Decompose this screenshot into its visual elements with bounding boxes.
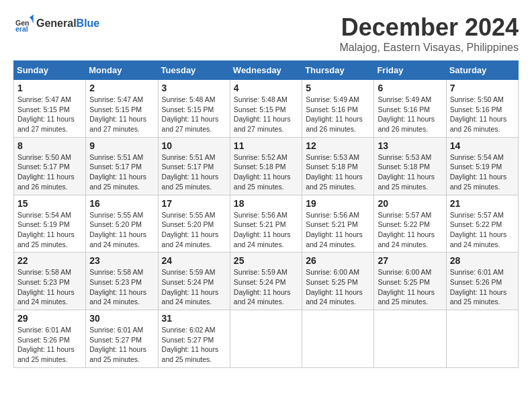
day-number: 7 bbox=[450, 83, 515, 93]
calendar-cell: 24Sunrise: 5:59 AM Sunset: 5:24 PM Dayli… bbox=[158, 253, 230, 310]
day-info: Sunrise: 5:58 AM Sunset: 5:23 PM Dayligh… bbox=[17, 267, 82, 307]
day-number: 22 bbox=[17, 255, 82, 266]
day-number: 12 bbox=[306, 140, 370, 151]
day-number: 8 bbox=[17, 140, 82, 151]
day-info: Sunrise: 5:47 AM Sunset: 5:15 PM Dayligh… bbox=[17, 95, 82, 134]
page-header: Gen eral GeneralBlue December 2024 Malaj… bbox=[13, 13, 519, 54]
calendar-cell: 7Sunrise: 5:50 AM Sunset: 5:16 PM Daylig… bbox=[446, 80, 518, 138]
calendar-cell: 4Sunrise: 5:48 AM Sunset: 5:15 PM Daylig… bbox=[230, 80, 302, 138]
calendar-day-header: Sunday bbox=[14, 61, 86, 80]
day-info: Sunrise: 5:56 AM Sunset: 5:21 PM Dayligh… bbox=[306, 210, 370, 250]
calendar-cell: 17Sunrise: 5:55 AM Sunset: 5:20 PM Dayli… bbox=[158, 195, 230, 253]
calendar-cell: 30Sunrise: 6:01 AM Sunset: 5:27 PM Dayli… bbox=[86, 310, 158, 368]
calendar-day-header: Tuesday bbox=[158, 61, 230, 80]
day-number: 20 bbox=[378, 198, 442, 209]
calendar-cell: 25Sunrise: 5:59 AM Sunset: 5:24 PM Dayli… bbox=[230, 253, 302, 310]
day-number: 5 bbox=[306, 83, 370, 93]
day-info: Sunrise: 5:54 AM Sunset: 5:19 PM Dayligh… bbox=[17, 210, 82, 250]
day-info: Sunrise: 5:50 AM Sunset: 5:17 PM Dayligh… bbox=[17, 152, 82, 192]
calendar-day-header: Friday bbox=[374, 61, 446, 80]
calendar-cell: 6Sunrise: 5:49 AM Sunset: 5:16 PM Daylig… bbox=[374, 80, 446, 138]
day-number: 24 bbox=[162, 255, 226, 266]
day-info: Sunrise: 5:59 AM Sunset: 5:24 PM Dayligh… bbox=[234, 267, 298, 307]
calendar-cell bbox=[446, 310, 518, 368]
calendar-cell: 28Sunrise: 6:01 AM Sunset: 5:26 PM Dayli… bbox=[446, 253, 518, 310]
calendar-cell: 23Sunrise: 5:58 AM Sunset: 5:23 PM Dayli… bbox=[86, 253, 158, 310]
day-number: 27 bbox=[378, 255, 442, 266]
day-info: Sunrise: 6:02 AM Sunset: 5:27 PM Dayligh… bbox=[162, 325, 226, 365]
calendar-cell bbox=[302, 310, 374, 368]
calendar-cell bbox=[230, 310, 302, 368]
calendar-week-row: 8Sunrise: 5:50 AM Sunset: 5:17 PM Daylig… bbox=[14, 137, 519, 195]
day-info: Sunrise: 5:49 AM Sunset: 5:16 PM Dayligh… bbox=[378, 95, 442, 134]
day-number: 13 bbox=[378, 140, 442, 151]
day-number: 26 bbox=[306, 255, 370, 266]
day-number: 16 bbox=[89, 198, 154, 209]
day-info: Sunrise: 5:55 AM Sunset: 5:20 PM Dayligh… bbox=[89, 210, 154, 250]
day-number: 11 bbox=[234, 140, 298, 151]
calendar-cell: 29Sunrise: 6:01 AM Sunset: 5:26 PM Dayli… bbox=[14, 310, 86, 368]
day-number: 23 bbox=[89, 255, 154, 266]
day-info: Sunrise: 6:00 AM Sunset: 5:25 PM Dayligh… bbox=[378, 267, 442, 307]
calendar-cell: 31Sunrise: 6:02 AM Sunset: 5:27 PM Dayli… bbox=[158, 310, 230, 368]
calendar-cell: 20Sunrise: 5:57 AM Sunset: 5:22 PM Dayli… bbox=[374, 195, 446, 253]
calendar-week-row: 1Sunrise: 5:47 AM Sunset: 5:15 PM Daylig… bbox=[14, 80, 519, 138]
calendar-cell: 21Sunrise: 5:57 AM Sunset: 5:22 PM Dayli… bbox=[446, 195, 518, 253]
day-number: 10 bbox=[162, 140, 226, 151]
day-info: Sunrise: 5:48 AM Sunset: 5:15 PM Dayligh… bbox=[162, 95, 226, 134]
calendar-cell: 14Sunrise: 5:54 AM Sunset: 5:19 PM Dayli… bbox=[446, 137, 518, 195]
calendar-cell: 2Sunrise: 5:47 AM Sunset: 5:15 PM Daylig… bbox=[86, 80, 158, 138]
day-number: 19 bbox=[306, 198, 370, 209]
day-number: 30 bbox=[89, 313, 154, 324]
calendar-cell: 15Sunrise: 5:54 AM Sunset: 5:19 PM Dayli… bbox=[14, 195, 86, 253]
day-info: Sunrise: 5:53 AM Sunset: 5:18 PM Dayligh… bbox=[378, 152, 442, 192]
day-info: Sunrise: 5:47 AM Sunset: 5:15 PM Dayligh… bbox=[89, 95, 154, 134]
day-number: 6 bbox=[378, 83, 442, 93]
day-number: 21 bbox=[450, 198, 515, 209]
day-number: 3 bbox=[162, 83, 226, 93]
day-info: Sunrise: 6:01 AM Sunset: 5:26 PM Dayligh… bbox=[450, 267, 515, 307]
calendar-cell: 8Sunrise: 5:50 AM Sunset: 5:17 PM Daylig… bbox=[14, 137, 86, 195]
day-number: 25 bbox=[234, 255, 298, 266]
logo-blue: Blue bbox=[77, 17, 100, 29]
calendar-table: SundayMondayTuesdayWednesdayThursdayFrid… bbox=[13, 60, 519, 368]
calendar-day-header: Saturday bbox=[446, 61, 518, 80]
day-number: 15 bbox=[17, 198, 82, 209]
calendar-cell: 9Sunrise: 5:51 AM Sunset: 5:17 PM Daylig… bbox=[86, 137, 158, 195]
day-number: 4 bbox=[234, 83, 298, 93]
day-number: 31 bbox=[162, 313, 226, 324]
day-number: 18 bbox=[234, 198, 298, 209]
day-number: 9 bbox=[89, 140, 154, 151]
day-number: 28 bbox=[450, 255, 515, 266]
main-title: December 2024 bbox=[339, 13, 519, 42]
day-info: Sunrise: 6:00 AM Sunset: 5:25 PM Dayligh… bbox=[306, 267, 370, 307]
day-number: 2 bbox=[89, 83, 154, 93]
day-info: Sunrise: 5:53 AM Sunset: 5:18 PM Dayligh… bbox=[306, 152, 370, 192]
day-info: Sunrise: 5:51 AM Sunset: 5:17 PM Dayligh… bbox=[89, 152, 154, 192]
calendar-week-row: 29Sunrise: 6:01 AM Sunset: 5:26 PM Dayli… bbox=[14, 310, 519, 368]
calendar-day-header: Thursday bbox=[302, 61, 374, 80]
day-info: Sunrise: 6:01 AM Sunset: 5:27 PM Dayligh… bbox=[89, 325, 154, 365]
day-info: Sunrise: 5:48 AM Sunset: 5:15 PM Dayligh… bbox=[234, 95, 298, 134]
day-info: Sunrise: 5:59 AM Sunset: 5:24 PM Dayligh… bbox=[162, 267, 226, 307]
calendar-cell: 12Sunrise: 5:53 AM Sunset: 5:18 PM Dayli… bbox=[302, 137, 374, 195]
logo-icon: Gen eral bbox=[13, 13, 34, 34]
day-info: Sunrise: 5:57 AM Sunset: 5:22 PM Dayligh… bbox=[378, 210, 442, 250]
calendar-cell: 18Sunrise: 5:56 AM Sunset: 5:21 PM Dayli… bbox=[230, 195, 302, 253]
day-number: 17 bbox=[162, 198, 226, 209]
day-info: Sunrise: 5:55 AM Sunset: 5:20 PM Dayligh… bbox=[162, 210, 226, 250]
day-info: Sunrise: 5:58 AM Sunset: 5:23 PM Dayligh… bbox=[89, 267, 154, 307]
calendar-cell: 19Sunrise: 5:56 AM Sunset: 5:21 PM Dayli… bbox=[302, 195, 374, 253]
day-info: Sunrise: 5:54 AM Sunset: 5:19 PM Dayligh… bbox=[450, 152, 515, 192]
calendar-cell: 1Sunrise: 5:47 AM Sunset: 5:15 PM Daylig… bbox=[14, 80, 86, 138]
calendar-cell: 16Sunrise: 5:55 AM Sunset: 5:20 PM Dayli… bbox=[86, 195, 158, 253]
calendar-cell bbox=[374, 310, 446, 368]
day-info: Sunrise: 5:52 AM Sunset: 5:18 PM Dayligh… bbox=[234, 152, 298, 192]
svg-text:eral: eral bbox=[15, 25, 28, 33]
calendar-day-header: Wednesday bbox=[230, 61, 302, 80]
calendar-cell: 26Sunrise: 6:00 AM Sunset: 5:25 PM Dayli… bbox=[302, 253, 374, 310]
day-info: Sunrise: 5:51 AM Sunset: 5:17 PM Dayligh… bbox=[162, 152, 226, 192]
day-info: Sunrise: 5:49 AM Sunset: 5:16 PM Dayligh… bbox=[306, 95, 370, 134]
calendar-cell: 27Sunrise: 6:00 AM Sunset: 5:25 PM Dayli… bbox=[374, 253, 446, 310]
calendar-cell: 3Sunrise: 5:48 AM Sunset: 5:15 PM Daylig… bbox=[158, 80, 230, 138]
